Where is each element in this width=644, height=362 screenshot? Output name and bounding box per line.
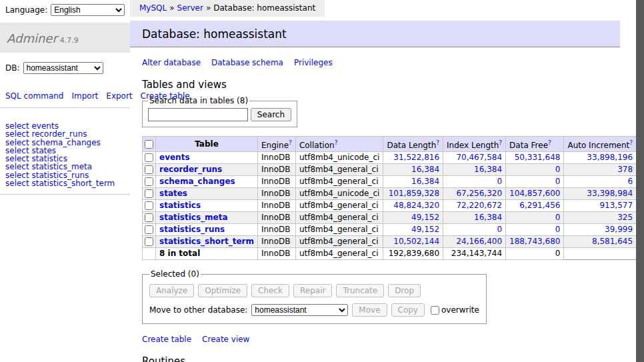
selected-action-button[interactable]: Check [251,284,289,297]
index-length-link[interactable]: 0 [497,225,502,234]
data-length-link[interactable]: 31,522,816 [393,153,439,162]
index-length-link[interactable]: 70,467,584 [456,153,502,162]
column-help-link[interactable]: ? [499,139,502,146]
selected-action-button[interactable]: Drop [388,284,421,297]
app-version: 4.7.9 [60,36,79,45]
row-checkbox[interactable] [145,213,153,222]
table-name-link[interactable]: recorder_runs [159,165,222,174]
sidebar-select-link[interactable]: select statistics_meta [5,163,125,171]
column-help-link[interactable]: ? [548,139,551,146]
data-length-link[interactable]: 48,824,320 [393,201,439,210]
auto-increment-link[interactable]: 6 [627,177,633,186]
breadcrumb-item[interactable]: MySQL [139,3,167,13]
footer-index-length-cell: 234,143,744 [443,248,506,260]
auto-increment-cell: 8,581,645 [564,236,637,248]
data-free-link[interactable]: 0 [555,177,561,186]
sidebar-select-link[interactable]: select recorder_runs [5,130,125,138]
data-length-link[interactable]: 49,152 [411,225,439,234]
row-checkbox[interactable] [145,177,153,186]
tables-heading: Tables and views [142,79,644,91]
index-length-link[interactable]: 67,256,320 [456,189,502,198]
search-button[interactable]: Search [251,108,291,121]
selected-action-button[interactable]: Truncate [336,284,384,297]
table-name-link[interactable]: statistics_meta [159,213,228,222]
selected-action-button[interactable]: Repair [293,284,332,297]
table-name-link[interactable]: states [159,189,187,198]
index-length-cell: 72,220,672 [443,200,506,212]
index-length-link[interactable]: 16,384 [474,213,502,222]
auto-increment-link[interactable]: 378 [617,165,633,174]
data-free-link[interactable]: 0 [555,225,561,234]
database-link[interactable]: Database schema [211,58,283,67]
move-button[interactable]: Move [352,303,387,317]
data-free-link[interactable]: 104,857,600 [509,189,560,198]
breadcrumb-item[interactable]: Server [177,3,203,13]
row-checkbox[interactable] [145,237,153,246]
data-free-link[interactable]: 6,291,456 [519,201,560,210]
table-name-link[interactable]: statistics_short_term [159,237,254,246]
column-help-link[interactable]: ? [335,139,338,146]
table-body: eventsInnoDButf8mb4_unicode_ci31,522,816… [143,152,644,248]
overwrite-checkbox[interactable] [431,306,439,315]
database-link[interactable]: Privileges [294,58,333,67]
data-free-link[interactable]: 50,331,648 [515,153,561,162]
row-check-cell [143,152,156,164]
data-length-link[interactable]: 101,859,328 [389,189,439,198]
data-free-link[interactable]: 0 [555,165,561,174]
index-length-link[interactable]: 24,166,400 [456,237,502,246]
index-length-cell: 0 [443,176,506,188]
row-checkbox[interactable] [145,189,153,198]
create-link[interactable]: Create table [142,335,191,344]
data-length-cell: 16,384 [383,176,443,188]
index-length-link[interactable]: 72,220,672 [456,201,502,210]
column-help-link[interactable]: ? [289,139,292,146]
table-name-link[interactable]: schema_changes [159,177,235,186]
sidebar-action-link[interactable]: SQL command [5,91,63,101]
column-help-link[interactable]: ? [629,139,633,146]
sidebar-table-links: select eventsselect recorder_runsselect … [0,116,130,195]
sidebar-action-link[interactable]: Import [71,91,98,101]
column-header-label: Data Free [509,141,548,150]
language-row: Language: English [0,0,130,21]
data-length-cell: 48,824,320 [383,200,443,212]
sidebar-select-link[interactable]: select statistics_short_term [5,179,125,187]
data-length-link[interactable]: 16,384 [411,177,439,186]
database-link[interactable]: Alter database [142,58,201,67]
column-header-label: Table [195,139,219,149]
vertical-scrollbar[interactable] [636,0,644,362]
create-link[interactable]: Create view [202,335,249,344]
selected-action-button[interactable]: Optimize [198,284,247,297]
sidebar-action-link[interactable]: Export [106,91,132,101]
auto-increment-link[interactable]: 913,577 [599,201,633,210]
table-name-link[interactable]: events [159,153,190,162]
selected-action-button[interactable]: Analyze [149,284,194,297]
data-length-link[interactable]: 49,152 [411,213,439,222]
copy-button[interactable]: Copy [391,303,425,317]
data-length-link[interactable]: 16,384 [411,165,439,174]
data-free-link[interactable]: 188,743,680 [509,237,560,246]
column-help-link[interactable]: ? [436,139,439,146]
footer-engine-cell: InnoDB [257,248,295,260]
index-length-link[interactable]: 16,384 [474,165,502,174]
search-input[interactable] [148,108,248,121]
row-checkbox[interactable] [145,153,153,162]
index-length-link[interactable]: 0 [497,177,502,186]
language-label: Language: [5,5,47,15]
db-select[interactable]: homeassistant [23,62,103,74]
auto-increment-link[interactable]: 33,398,984 [587,189,633,198]
data-length-link[interactable]: 10,502,144 [393,237,439,246]
row-checkbox[interactable] [145,225,153,234]
data-free-link[interactable]: 0 [555,213,561,222]
database-action-links: Alter databaseDatabase schemaPrivileges [142,58,644,67]
auto-increment-link[interactable]: 8,581,645 [592,237,633,246]
row-checkbox[interactable] [145,165,153,174]
table-name-link[interactable]: statistics_runs [159,225,225,234]
move-database-select[interactable]: homeassistant [251,304,348,316]
table-name-link[interactable]: statistics [159,201,201,210]
auto-increment-link[interactable]: 39,999 [605,225,633,234]
select-all-checkbox[interactable] [145,140,153,149]
auto-increment-link[interactable]: 325 [617,213,633,222]
auto-increment-link[interactable]: 33,898,196 [587,153,633,162]
row-checkbox[interactable] [145,201,153,210]
language-select[interactable]: English [51,4,125,16]
